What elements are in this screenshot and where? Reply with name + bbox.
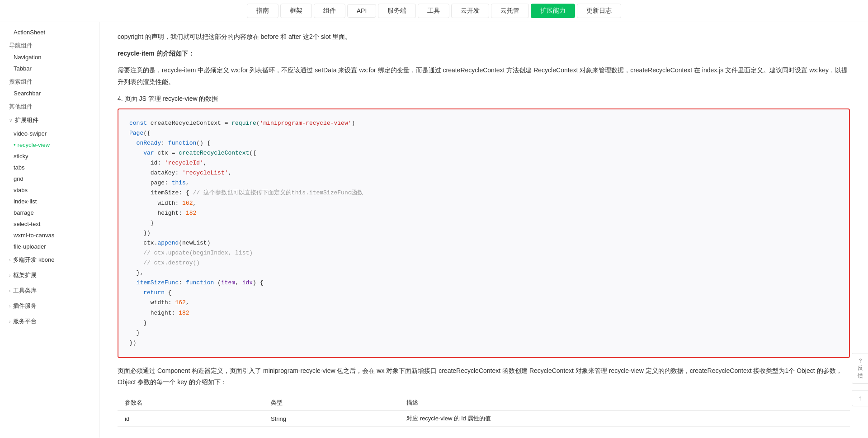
sidebar-item-actionsheet[interactable]: ActionSheet: [0, 27, 99, 38]
nav-server[interactable]: 服务端: [378, 4, 416, 18]
feedback-button[interactable]: ？反馈: [852, 353, 868, 384]
table-header-desc: 描述: [399, 395, 850, 411]
chevron-right-icon: ›: [9, 258, 10, 263]
back-to-top-button[interactable]: ↑: [852, 390, 868, 406]
section4-title: 4. 页面 JS 管理 recycle-view 的数据: [118, 95, 850, 103]
chevron-right-icon2: ›: [9, 273, 10, 278]
sidebar-section-search: 搜索组件: [0, 74, 99, 88]
sidebar-section-nav: 导航组件: [0, 38, 99, 52]
sidebar-item-navigation[interactable]: Navigation: [0, 52, 99, 63]
sidebar-item-searchbar[interactable]: Searchbar: [0, 88, 99, 99]
bottom-text: 页面必须通过 Component 构造器定义，页面引入了 miniprogram…: [118, 365, 850, 388]
top-navigation: 指南 框架 组件 API 服务端 工具 云开发 云托管 扩展能力 更新日志: [0, 0, 868, 22]
sidebar-group-framework[interactable]: › 框架扩展: [0, 268, 99, 283]
sidebar-group-ext[interactable]: ∨ 扩展组件: [0, 113, 99, 128]
table-cell-param: id: [118, 411, 264, 427]
chevron-right-icon4: ›: [9, 304, 10, 309]
sidebar-service-label: 服务平台: [13, 317, 37, 325]
sidebar-group-tools[interactable]: › 工具类库: [0, 283, 99, 298]
sidebar-item-index-list[interactable]: index-list: [0, 196, 99, 207]
recycle-desc: 需要注意的是，recycle-item 中必须定义 wx:for 列表循环，不应…: [118, 65, 850, 87]
sidebar-framework-label: 框架扩展: [13, 271, 37, 279]
sidebar-item-video-swiper[interactable]: video-swiper: [0, 128, 99, 139]
sidebar-item-file-uploader[interactable]: file-uploader: [0, 241, 99, 252]
nav-extend[interactable]: 扩展能力: [531, 4, 575, 18]
table-header-type: 类型: [264, 395, 399, 411]
main-content: copyright 的声明，我们就可以把这部分的内容放在 before 和 af…: [99, 22, 868, 438]
sidebar-item-grid[interactable]: grid: [0, 173, 99, 184]
params-table: 参数名 类型 描述 id String 对应 recycle-view 的 id…: [118, 395, 850, 427]
nav-cloud-dev[interactable]: 云开发: [451, 4, 489, 18]
sidebar-item-barrage[interactable]: barrage: [0, 207, 99, 218]
table-cell-desc: 对应 recycle-view 的 id 属性的值: [399, 411, 850, 427]
sidebar-item-tabbar[interactable]: Tabbar: [0, 63, 99, 74]
sidebar-item-recycle-view[interactable]: recycle-view: [0, 139, 99, 151]
table-cell-type: String: [264, 411, 399, 427]
chevron-down-icon: ∨: [9, 118, 12, 123]
nav-guide[interactable]: 指南: [247, 4, 278, 18]
table-header-param: 参数名: [118, 395, 264, 411]
sidebar-tools-label: 工具类库: [13, 287, 37, 295]
sidebar: ActionSheet 导航组件 Navigation Tabbar 搜索组件 …: [0, 22, 99, 438]
nav-changelog[interactable]: 更新日志: [577, 4, 621, 18]
intro-text: copyright 的声明，我们就可以把这部分的内容放在 before 和 af…: [118, 31, 850, 42]
sidebar-item-wxml-to-canvas[interactable]: wxml-to-canvas: [0, 230, 99, 241]
nav-cloud-hosting[interactable]: 云托管: [491, 4, 529, 18]
chevron-right-icon5: ›: [9, 319, 10, 324]
nav-tools[interactable]: 工具: [418, 4, 449, 18]
sidebar-item-sticky[interactable]: sticky: [0, 151, 99, 162]
nav-components[interactable]: 组件: [314, 4, 345, 18]
sidebar-group-kbone[interactable]: › 多端开发 kbone: [0, 252, 99, 268]
sidebar-kbone-label: 多端开发 kbone: [13, 256, 54, 264]
sidebar-item-tabs[interactable]: tabs: [0, 162, 99, 173]
code-block: const createRecycleContext = require('mi…: [118, 108, 850, 358]
sidebar-group-service[interactable]: › 服务平台: [0, 314, 99, 329]
recycle-title: recycle-item 的介绍如下：: [118, 48, 850, 59]
sidebar-plugin-label: 插件服务: [13, 302, 37, 310]
sidebar-group-plugin[interactable]: › 插件服务: [0, 298, 99, 314]
sidebar-section-other: 其他组件: [0, 99, 99, 113]
chevron-right-icon3: ›: [9, 288, 10, 293]
nav-framework[interactable]: 框架: [280, 4, 312, 18]
sidebar-ext-label: 扩展组件: [15, 116, 38, 124]
nav-api[interactable]: API: [347, 4, 377, 18]
table-row: id String 对应 recycle-view 的 id 属性的值: [118, 411, 850, 427]
sidebar-item-vtabs[interactable]: vtabs: [0, 184, 99, 196]
sidebar-item-select-text[interactable]: select-text: [0, 218, 99, 230]
